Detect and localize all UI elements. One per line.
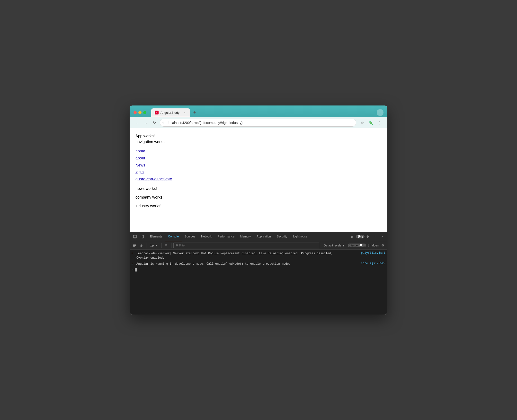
svg-point-3: [143, 237, 143, 238]
devtools-menu-button[interactable]: ⋮: [372, 234, 378, 240]
console-row: ℹAngular is running in development mode.…: [130, 261, 387, 267]
console-message-text: [webpack-dev-server] Server started: Hot…: [136, 251, 356, 260]
nav-link[interactable]: about: [135, 155, 382, 162]
devtools-mobile-icon[interactable]: [139, 233, 146, 240]
console-source-link[interactable]: polyfills.js:1: [357, 251, 385, 255]
svg-rect-6: [133, 246, 135, 247]
address-input[interactable]: [160, 119, 356, 127]
console-settings-button[interactable]: ⚙: [380, 243, 385, 248]
console-message-text: Angular is running in development mode. …: [136, 262, 356, 266]
active-tab[interactable]: A AngularStudy ×: [151, 108, 190, 117]
console-toolbar: ⊘ top ▼ 👁 ⊟ Default levels ▼ 1 Issue:: [130, 241, 387, 250]
eye-button[interactable]: 👁: [163, 243, 169, 248]
forward-button[interactable]: →: [142, 119, 149, 126]
devtools-tab-lighthouse[interactable]: Lighthouse: [290, 232, 310, 241]
devtools-tab-performance[interactable]: Performance: [215, 232, 237, 241]
tab-close-button[interactable]: ×: [183, 111, 187, 114]
company-works-text: company works!: [135, 194, 382, 200]
hidden-badge: 1 hidden: [367, 244, 379, 247]
nav-link[interactable]: login: [135, 169, 382, 176]
security-icon: ℹ: [162, 121, 164, 125]
devtools-tab-security[interactable]: Security: [274, 232, 290, 241]
levels-selector[interactable]: Default levels ▼: [322, 243, 346, 248]
devtools-tab-memory[interactable]: Memory: [237, 232, 254, 241]
back-button[interactable]: ←: [134, 119, 140, 126]
filter-icon: ⊟: [176, 244, 178, 247]
page-content: App works! navigation works! homeaboutNe…: [130, 128, 387, 232]
close-traffic-light[interactable]: [134, 111, 137, 114]
title-bar: A AngularStudy × + ⌄: [130, 105, 387, 117]
app-works-text: App works!: [135, 133, 382, 139]
separator2: [161, 243, 161, 248]
console-prompt[interactable]: >: [130, 267, 387, 272]
news-works-text: news works!: [135, 186, 382, 192]
minimize-traffic-light[interactable]: [138, 111, 142, 114]
devtools-tab-console[interactable]: Console: [165, 232, 182, 241]
navigation-works-text: navigation works!: [135, 139, 382, 145]
address-wrapper: ℹ: [160, 119, 356, 127]
context-selector[interactable]: top ▼: [148, 243, 159, 248]
address-bar: ← → ↻ ℹ ☆ 🦎 ⋮: [130, 117, 387, 128]
nav-link[interactable]: home: [135, 148, 382, 155]
nav-links: homeaboutNewsloginguard-can-deactivate: [135, 148, 382, 183]
devtools-settings-button[interactable]: ⚙: [365, 234, 371, 240]
svg-rect-1: [134, 237, 136, 238]
console-output: ℹ[webpack-dev-server] Server started: Ho…: [130, 250, 387, 315]
maximize-traffic-light[interactable]: [143, 111, 146, 114]
no-entry-button[interactable]: ⊘: [138, 243, 144, 248]
filter-input[interactable]: [179, 244, 317, 247]
separator3: [171, 243, 171, 248]
tab-bar: A AngularStudy × + ⌄: [151, 108, 383, 117]
tab-title: AngularStudy: [160, 111, 181, 114]
clear-console-button[interactable]: [132, 243, 137, 248]
devtools-tab-network[interactable]: Network: [198, 232, 215, 241]
tab-expand-button[interactable]: ⌄: [377, 109, 383, 116]
svg-rect-5: [133, 245, 136, 246]
console-row: ℹ[webpack-dev-server] Server started: Ho…: [130, 251, 387, 261]
svg-rect-4: [133, 245, 136, 245]
console-source-link[interactable]: core.mjs:25520: [357, 262, 385, 265]
issue-badge[interactable]: 1 Issue: 💬 1: [348, 244, 366, 247]
devtools-panel: ElementsConsoleSourcesNetworkPerformance…: [130, 232, 387, 315]
filter-area: ⊟: [173, 243, 320, 248]
separator: [146, 243, 146, 248]
devtools-tab-sources[interactable]: Sources: [182, 232, 198, 241]
prompt-cursor: [135, 268, 137, 271]
devtools-issues-badge[interactable]: 💬 1: [356, 235, 365, 238]
devtools-tab-elements[interactable]: Elements: [147, 232, 165, 241]
new-tab-button[interactable]: +: [191, 109, 198, 116]
browser-window: A AngularStudy × + ⌄ ← → ↻ ℹ: [130, 105, 387, 315]
devtools-more-button[interactable]: »: [349, 235, 355, 239]
console-info-icon: ℹ: [132, 252, 135, 255]
nav-link[interactable]: guard-can-deactivate: [135, 176, 382, 183]
devtools-tab-application[interactable]: Application: [254, 232, 274, 241]
prompt-arrow-icon: >: [132, 268, 133, 271]
console-info-icon: ℹ: [132, 262, 135, 265]
reload-button[interactable]: ↻: [151, 119, 158, 126]
profile-button[interactable]: 🦎: [367, 119, 375, 127]
devtools-close-button[interactable]: ×: [379, 234, 385, 240]
devtools-controls: ⚙ ⋮ ×: [365, 234, 385, 240]
devtools-tabs-bar: ElementsConsoleSourcesNetworkPerformance…: [130, 232, 387, 241]
tab-favicon: A: [155, 111, 159, 114]
nav-link[interactable]: News: [135, 162, 382, 169]
menu-button[interactable]: ⋮: [376, 119, 383, 127]
toolbar-right: ☆ 🦎 ⋮: [358, 119, 383, 127]
industry-works-text: industry works!: [135, 203, 382, 209]
bookmark-button[interactable]: ☆: [358, 119, 366, 127]
devtools-dock-icon[interactable]: [132, 233, 138, 240]
traffic-lights: [134, 111, 146, 114]
